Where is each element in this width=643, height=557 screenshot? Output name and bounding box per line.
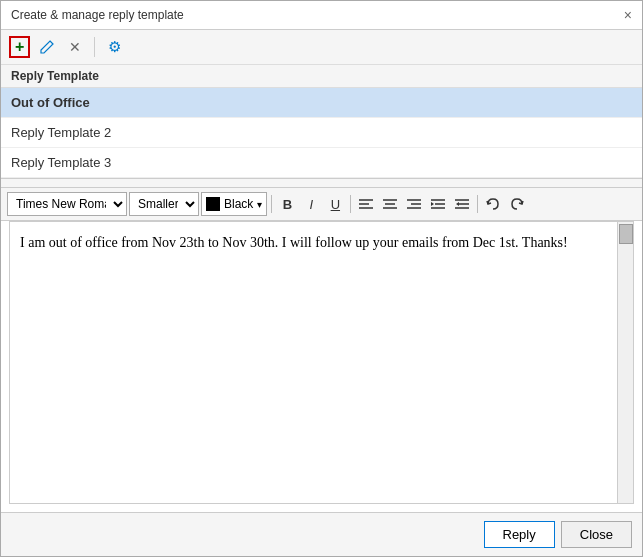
align-right-icon	[407, 198, 421, 210]
align-left-icon	[359, 198, 373, 210]
bold-button[interactable]: B	[276, 193, 298, 215]
title-bar-left: Create & manage reply template	[11, 8, 184, 22]
list-item[interactable]: Reply Template 3	[1, 148, 642, 178]
align-center-icon	[383, 198, 397, 210]
font-family-select[interactable]: Times New Roman Arial Calibri	[7, 192, 127, 216]
close-window-button[interactable]: ×	[624, 7, 632, 23]
color-label: Black	[224, 197, 253, 211]
color-dropdown-arrow: ▾	[257, 199, 262, 210]
list-item[interactable]: Out of Office	[1, 88, 642, 118]
format-divider-1	[271, 195, 272, 213]
settings-icon: ⚙	[108, 38, 121, 56]
template-list: Out of Office Reply Template 2 Reply Tem…	[1, 88, 642, 178]
redo-icon	[510, 197, 524, 211]
editor-content-area	[10, 222, 617, 503]
outdent-icon	[455, 198, 469, 210]
list-item[interactable]: Reply Template 2	[1, 118, 642, 148]
format-divider-3	[477, 195, 478, 213]
editor-scrollbar[interactable]	[617, 222, 633, 503]
undo-icon	[486, 197, 500, 211]
redo-button[interactable]	[506, 193, 528, 215]
italic-button[interactable]: I	[300, 193, 322, 215]
edit-icon	[39, 39, 55, 55]
editor-section: Times New Roman Arial Calibri Smaller Sm…	[1, 187, 642, 512]
toolbar-divider	[94, 37, 95, 57]
add-template-button[interactable]: +	[9, 36, 30, 58]
dialog-title: Create & manage reply template	[11, 8, 184, 22]
underline-button[interactable]: U	[324, 193, 346, 215]
reply-button[interactable]: Reply	[484, 521, 555, 548]
create-manage-reply-dialog: Create & manage reply template × + ✕ ⚙ R…	[0, 0, 643, 557]
align-left-button[interactable]	[355, 193, 377, 215]
indent-button[interactable]	[427, 193, 449, 215]
outdent-button[interactable]	[451, 193, 473, 215]
main-toolbar: + ✕ ⚙	[1, 30, 642, 65]
format-divider-2	[350, 195, 351, 213]
template-list-section: Reply Template Out of Office Reply Templ…	[1, 65, 642, 179]
align-center-button[interactable]	[379, 193, 401, 215]
footer: Reply Close	[1, 512, 642, 556]
font-size-select[interactable]: Smaller Small Normal Large	[129, 192, 199, 216]
undo-button[interactable]	[482, 193, 504, 215]
close-button[interactable]: Close	[561, 521, 632, 548]
editor-wrapper	[9, 221, 634, 504]
editor-textarea[interactable]	[10, 222, 617, 503]
delete-template-button[interactable]: ✕	[64, 36, 86, 58]
color-swatch	[206, 197, 220, 211]
template-list-header: Reply Template	[1, 65, 642, 88]
settings-button[interactable]: ⚙	[103, 35, 126, 59]
align-right-button[interactable]	[403, 193, 425, 215]
font-color-select[interactable]: Black ▾	[201, 192, 267, 216]
delete-icon: ✕	[69, 39, 81, 55]
scrollbar-thumb[interactable]	[619, 224, 633, 244]
edit-template-button[interactable]	[34, 36, 60, 58]
format-toolbar: Times New Roman Arial Calibri Smaller Sm…	[1, 187, 642, 221]
title-bar: Create & manage reply template ×	[1, 1, 642, 30]
content-area: Reply Template Out of Office Reply Templ…	[1, 65, 642, 512]
indent-icon	[431, 198, 445, 210]
